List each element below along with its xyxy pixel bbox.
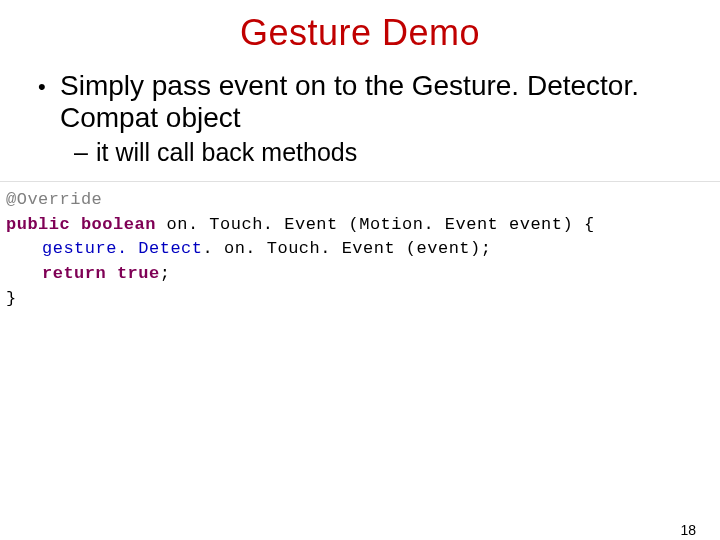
slide-body: • Simply pass event on to the Gesture. D… [0,70,720,167]
page-number: 18 [680,522,696,538]
slide-title: Gesture Demo [0,12,720,54]
code-close-brace: } [6,289,17,308]
bullet-level-2: – it will call back methods [38,138,690,167]
bullet-marker: • [38,70,60,134]
code-keyword-boolean: boolean [81,215,156,234]
code-semicolon: ; [160,264,171,283]
code-method-decl: on. Touch. Event (Motion. Event event) { [156,215,595,234]
bullet-text: it will call back methods [96,138,690,167]
code-block: @Override public boolean on. Touch. Even… [0,181,720,317]
code-keyword-return: return [42,264,106,283]
code-annotation: @Override [6,190,102,209]
code-member: gesture. Detect [42,239,203,258]
bullet-text: Simply pass event on to the Gesture. Det… [60,70,690,134]
code-call: . on. Touch. Event (event); [203,239,492,258]
bullet-level-1: • Simply pass event on to the Gesture. D… [38,70,690,134]
bullet-marker: – [74,138,96,167]
code-keyword-public: public [6,215,70,234]
slide: Gesture Demo • Simply pass event on to t… [0,12,720,540]
code-keyword-true: true [117,264,160,283]
